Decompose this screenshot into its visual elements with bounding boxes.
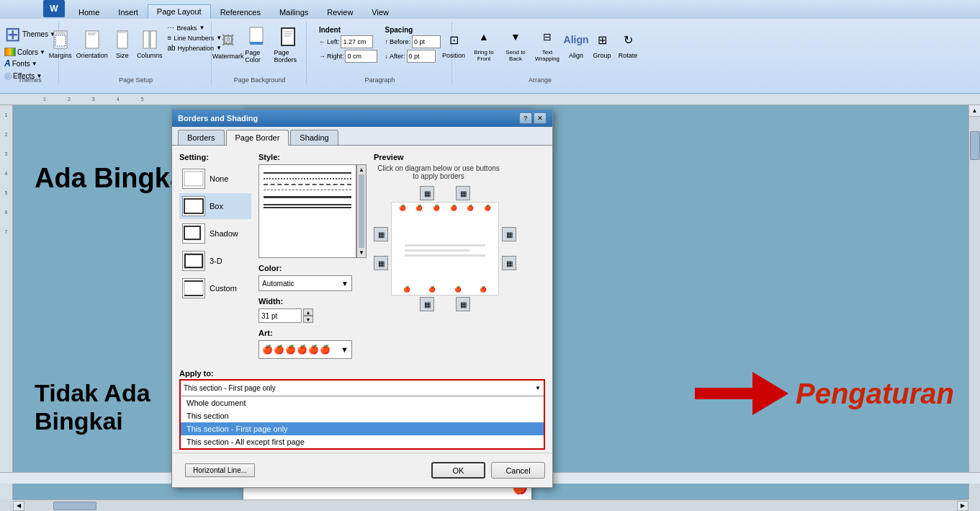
preview-left-border-btn[interactable]: ▦: [374, 227, 388, 241]
effects-icon: ◎: [4, 71, 12, 81]
color-select[interactable]: Automatic ▼: [259, 275, 352, 291]
tab-mailings[interactable]: Mailings: [270, 5, 318, 19]
indent-section: Indent ← Left: 1.27 cm → Right: 0 cm: [319, 26, 378, 63]
style-scrollbar[interactable]: ▲ ▼: [356, 164, 367, 258]
send-to-back-button[interactable]: ▼ Send to Back: [501, 23, 530, 63]
h-scroll-left[interactable]: ◀: [13, 501, 24, 511]
horizontal-line-btn[interactable]: Horizontal Line...: [185, 463, 255, 477]
ribbon-group-page-setup: Margins Orientation Size: [60, 22, 212, 85]
width-up-btn[interactable]: ▲: [303, 308, 313, 316]
apply-to-select[interactable]: This section - First page only ▼: [181, 381, 544, 396]
svg-rect-21: [184, 254, 203, 268]
art-dropdown-icon: ▼: [341, 345, 349, 354]
art-select[interactable]: 🍎 🍎 🍎 🍎 🍎 🍎 ▼: [259, 340, 352, 359]
width-field[interactable]: 31 pt: [259, 308, 302, 323]
color-value: Automatic: [262, 280, 294, 288]
scroll-up-arrow[interactable]: ▲: [969, 105, 980, 117]
preview-bottom-border-btn[interactable]: ▦: [420, 297, 434, 311]
tab-review[interactable]: Review: [318, 5, 362, 19]
size-label: Size: [116, 52, 129, 59]
spacing-before-value[interactable]: 0 pt: [412, 35, 441, 48]
setting-shadow[interactable]: Shadow: [179, 221, 251, 246]
cancel-button[interactable]: Cancel: [491, 462, 545, 479]
setting-custom[interactable]: Custom: [179, 275, 251, 301]
h-scroll-thumb[interactable]: [53, 502, 96, 510]
ribbon-content-area: ⊞ Themes ▼ Colors ▼ A Fonts ▼: [0, 19, 980, 88]
page-color-button[interactable]: Page Color: [243, 23, 269, 65]
style-double[interactable]: [264, 204, 351, 208]
orientation-button[interactable]: Orientation: [75, 26, 109, 61]
dialog-body: Setting: None Box: [172, 146, 552, 366]
scroll-down-btn[interactable]: ▼: [359, 249, 364, 256]
style-thick[interactable]: [264, 196, 351, 198]
page-borders-button[interactable]: Page Borders: [273, 23, 305, 65]
dialog-tab-page-border[interactable]: Page Border: [226, 130, 289, 146]
apply-to-section: Apply to: This section - First page only…: [172, 366, 552, 453]
setting-box[interactable]: Box: [179, 193, 251, 219]
spacing-after-row: ↓ After: 0 pt: [385, 50, 441, 63]
setting-none[interactable]: None: [179, 166, 251, 192]
indent-right-value[interactable]: 0 cm: [345, 50, 377, 63]
columns-button[interactable]: Columns: [135, 26, 164, 61]
dialog-tab-borders[interactable]: Borders: [178, 130, 225, 145]
h-scrollbar[interactable]: ◀ ▶: [13, 499, 968, 511]
bring-to-front-button[interactable]: ▲ Bring to Front: [469, 23, 498, 63]
align-button[interactable]: Align Align: [565, 26, 588, 61]
preview-top-border-btn[interactable]: ▦: [420, 186, 434, 200]
tab-insert[interactable]: Insert: [109, 5, 148, 19]
tab-references[interactable]: References: [211, 5, 270, 19]
pengaturan-text: Pengaturan: [796, 378, 954, 410]
preview-right-border-btn2[interactable]: ▦: [502, 256, 516, 270]
preview-left-border-btn2[interactable]: ▦: [374, 256, 388, 270]
style-dashed[interactable]: [264, 184, 351, 185]
spacing-before-icon: ↑: [385, 38, 388, 45]
ok-button[interactable]: OK: [431, 462, 485, 479]
page-borders-icon: [278, 25, 298, 49]
ribbon-group-paragraph: Indent ← Left: 1.27 cm → Right: 0 cm Spa…: [308, 22, 452, 85]
indent-left-value[interactable]: 1.27 cm: [341, 35, 373, 48]
preview-apple-border: 🍎 🍎 🍎 🍎 🍎 🍎: [394, 205, 496, 293]
style-solid[interactable]: [264, 172, 351, 174]
style-thin-dashed[interactable]: [264, 190, 351, 190]
scroll-thumb-v[interactable]: [970, 131, 980, 160]
right-scrollbar[interactable]: ▲ ▼: [968, 105, 980, 499]
colors-icon: [4, 48, 16, 56]
tab-page-layout[interactable]: Page Layout: [148, 4, 211, 19]
style-listbox[interactable]: [259, 164, 356, 258]
tab-view[interactable]: View: [362, 5, 398, 19]
rotate-button[interactable]: ↻ Rotate: [616, 26, 639, 61]
preview-label: Preview: [374, 153, 545, 161]
apply-option-this-section[interactable]: This section: [181, 409, 544, 422]
spacing-before-label: Before:: [390, 38, 410, 45]
margins-button[interactable]: Margins: [48, 26, 73, 61]
dialog-close-btn[interactable]: ✕: [534, 112, 547, 124]
page-setup-items: Margins Orientation Size: [48, 23, 224, 73]
style-dotted[interactable]: [264, 178, 351, 179]
preview-top-border-btn2[interactable]: ▦: [456, 186, 470, 200]
preview-bottom-border-btn2[interactable]: ▦: [456, 297, 470, 311]
apply-option-whole-doc[interactable]: Whole document: [181, 396, 544, 409]
arrange-group-label: Arrange: [529, 76, 552, 84]
bring-front-icon: ▲: [474, 25, 494, 49]
dialog-help-btn[interactable]: ?: [519, 112, 532, 124]
group-button[interactable]: ⊞ Group: [590, 26, 613, 61]
preview-right-border-btn[interactable]: ▦: [502, 227, 516, 241]
indent-right-icon: →: [319, 53, 325, 60]
indent-right-label: Right:: [327, 53, 344, 60]
spacing-after-value[interactable]: 0 pt: [407, 50, 436, 63]
size-button[interactable]: Size: [111, 26, 134, 61]
scroll-up-btn[interactable]: ▲: [359, 166, 364, 173]
text-wrapping-button[interactable]: ⊟ Text Wrapping: [533, 23, 562, 63]
width-down-btn[interactable]: ▼: [303, 316, 313, 323]
tab-home[interactable]: Home: [69, 5, 109, 19]
watermark-button[interactable]: 🖼 Watermark: [215, 27, 240, 61]
preview-left-btns: ▦ ▦: [374, 227, 388, 270]
dialog-action-buttons: OK Cancel: [431, 462, 545, 479]
setting-3d[interactable]: 3-D: [179, 248, 251, 274]
position-button[interactable]: ⊡ Position: [441, 26, 467, 61]
columns-label: Columns: [137, 52, 163, 59]
h-scroll-right[interactable]: ▶: [957, 501, 968, 511]
apply-option-first-page[interactable]: This section - First page only: [181, 422, 544, 435]
dialog-tab-shading[interactable]: Shading: [290, 130, 338, 145]
apply-option-except-first[interactable]: This section - All except first page: [181, 435, 544, 448]
